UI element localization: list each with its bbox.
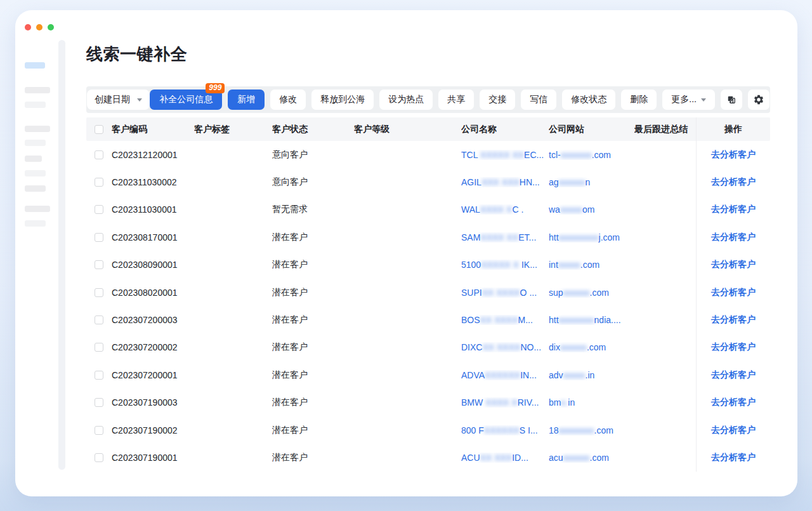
row-action-cell: 去分析客户 (696, 306, 770, 333)
more-button[interactable]: 更多... (662, 90, 715, 110)
text-fragment: in (568, 397, 575, 408)
date-filter-select[interactable]: 创建日期 (87, 90, 150, 110)
row-checkbox[interactable] (95, 371, 103, 380)
company-website-link[interactable]: tcl-xxxxxxx.com (549, 150, 634, 160)
company-website-link[interactable]: advxxxxx.in (549, 370, 634, 380)
analyze-customer-link[interactable]: 去分析客户 (711, 342, 756, 353)
text-fragment: DIXC (461, 342, 482, 352)
text-fragment: 5100 (461, 260, 481, 270)
customer-status-cell: 暂无需求 (272, 204, 354, 215)
table-row[interactable]: C202312120001意向客户TCL XXXXX XXEC...tcl-xx… (86, 141, 770, 168)
redacted-text: xxxxx (560, 204, 582, 215)
analyze-customer-link[interactable]: 去分析客户 (711, 149, 756, 161)
company-website-link[interactable]: waxxxxxom (549, 204, 634, 215)
row-checkbox[interactable] (95, 233, 103, 242)
table-row[interactable]: C202308020001潜在客户SUPIXX XXXXO ...supxxxx… (86, 279, 770, 306)
text-fragment: SUPI (461, 288, 482, 298)
count-badge: 999 (206, 83, 225, 93)
set-as-hotspot-button[interactable]: 设为热点 (379, 90, 433, 110)
company-name-link[interactable]: 5100XXXXX X IK... (461, 260, 549, 270)
company-website-link[interactable]: acuxxxxxx.com (549, 453, 634, 463)
company-name-link[interactable]: SAMXXXX XXET... (461, 232, 549, 242)
row-checkbox[interactable] (95, 150, 103, 159)
row-checkbox[interactable] (95, 315, 103, 324)
company-name-link[interactable]: AGILXXX XXXHN... (461, 177, 549, 187)
customer-status-cell: 潜在客户 (272, 425, 354, 436)
complete-company-info-button[interactable]: 补全公司信息999 (150, 90, 222, 110)
change-status-button[interactable]: 修改状态 (562, 90, 615, 110)
release-to-public-sea-button[interactable]: 释放到公海 (311, 90, 374, 110)
row-checkbox[interactable] (95, 178, 103, 187)
header-cell: 公司网站 (549, 124, 634, 135)
settings-button[interactable] (748, 90, 769, 110)
analyze-customer-link[interactable]: 去分析客户 (711, 176, 756, 188)
chevron-down-icon (701, 98, 706, 102)
analyze-customer-link[interactable]: 去分析客户 (711, 287, 756, 298)
company-website-link[interactable]: dixxxxxxx.com (549, 342, 634, 352)
delete-button[interactable]: 删除 (621, 90, 657, 110)
analyze-customer-link[interactable]: 去分析客户 (711, 259, 756, 270)
company-name-link[interactable]: BOSXX XXXXM... (461, 315, 549, 325)
customer-status-cell: 潜在客户 (272, 342, 354, 353)
customer-status-cell: 潜在客户 (272, 369, 354, 381)
customer-code-cell: C202307200003 (112, 315, 194, 325)
table-row[interactable]: C202311030002意向客户AGILXXX XXXHN...agxxxxx… (86, 168, 770, 196)
sidebar-active-item-bar[interactable] (25, 62, 45, 69)
handover-button[interactable]: 交接 (480, 90, 515, 110)
share-button[interactable]: 共享 (438, 90, 474, 110)
table-row[interactable]: C202311030001暂无需求WALXXXX XC .waxxxxxom去分… (86, 196, 770, 223)
table-row[interactable]: C202307190001潜在客户ACUXX XXXID...acuxxxxxx… (86, 444, 770, 471)
company-name-link[interactable]: DIXCXX XXXXNO... (461, 342, 549, 352)
minimize-window-button[interactable] (36, 24, 43, 30)
complete-company-info-label: 补全公司信息 (159, 94, 213, 105)
edit-button[interactable]: 修改 (270, 90, 306, 110)
analyze-customer-link[interactable]: 去分析客户 (711, 452, 756, 463)
table-row[interactable]: C202307200001潜在客户ADVAXXXXXXIN...advxxxxx… (86, 361, 770, 388)
row-checkbox[interactable] (95, 260, 103, 269)
customer-status-cell: 潜在客户 (272, 397, 354, 408)
analyze-customer-link[interactable]: 去分析客户 (711, 314, 756, 326)
row-checkbox[interactable] (95, 288, 103, 297)
add-new-button[interactable]: 新增 (228, 90, 265, 110)
text-fragment: htt (549, 315, 559, 325)
analyze-customer-link[interactable]: 去分析客户 (711, 369, 756, 381)
row-checkbox[interactable] (95, 453, 103, 462)
row-checkbox[interactable] (95, 426, 103, 435)
table-row[interactable]: C202308170001潜在客户SAMXXXX XXET...httxxxxx… (86, 223, 770, 251)
company-name-link[interactable]: WALXXXX XC . (461, 204, 549, 215)
table-row[interactable]: C202307190003潜在客户BMW XXXX XRIV...bmx.in去… (86, 389, 770, 416)
company-name-link[interactable]: SUPIXX XXXXO ... (461, 288, 549, 298)
company-website-link[interactable]: httxxxxxxxxxj.com (549, 232, 634, 242)
company-website-link[interactable]: httxxxxxxxxndia.... (549, 315, 634, 325)
table-row[interactable]: C202307190002潜在客户800 FXXXXXXS I...18xxxx… (86, 416, 770, 444)
analyze-customer-link[interactable]: 去分析客户 (711, 425, 756, 436)
text-fragment: O ... (520, 288, 537, 298)
text-fragment: BMW (461, 397, 485, 408)
company-website-link[interactable]: 18xxxxxxxx.com (549, 425, 634, 435)
table-row[interactable]: C202307200003潜在客户BOSXX XXXXM...httxxxxxx… (86, 306, 770, 333)
company-website-link[interactable]: supxxxxxx.com (549, 288, 634, 298)
company-name-link[interactable]: TCL XXXXX XXEC... (461, 150, 549, 160)
analyze-customer-link[interactable]: 去分析客户 (711, 204, 756, 215)
table-row[interactable]: C202307200002潜在客户DIXCXX XXXXNO...dixxxxx… (86, 334, 770, 361)
analyze-customer-link[interactable]: 去分析客户 (711, 397, 756, 408)
analyze-customer-link[interactable]: 去分析客户 (711, 232, 756, 243)
row-checkbox[interactable] (95, 343, 103, 352)
row-checkbox[interactable] (95, 398, 103, 407)
swap-button[interactable] (721, 90, 742, 110)
company-name-link[interactable]: ADVAXXXXXXIN... (461, 370, 549, 380)
zoom-window-button[interactable] (48, 24, 54, 30)
row-checkbox[interactable] (95, 205, 103, 214)
write-email-button[interactable]: 写信 (521, 90, 556, 110)
company-name-link[interactable]: BMW XXXX XRIV... (461, 397, 549, 408)
select-all-checkbox[interactable] (95, 125, 103, 134)
company-website-link[interactable]: intxxxxx.com (549, 260, 634, 270)
sidebar-skeleton-bar (25, 140, 46, 146)
company-name-link[interactable]: 800 FXXXXXXS I... (461, 425, 549, 435)
company-website-link[interactable]: agxxxxxxn (549, 177, 634, 187)
company-website-link[interactable]: bmx.in (549, 397, 634, 408)
close-window-button[interactable] (25, 24, 31, 30)
table-row[interactable]: C202308090001潜在客户5100XXXXX X IK...intxxx… (86, 251, 770, 279)
company-name-link[interactable]: ACUXX XXXID... (461, 453, 549, 463)
row-action-cell: 去分析客户 (696, 416, 770, 444)
